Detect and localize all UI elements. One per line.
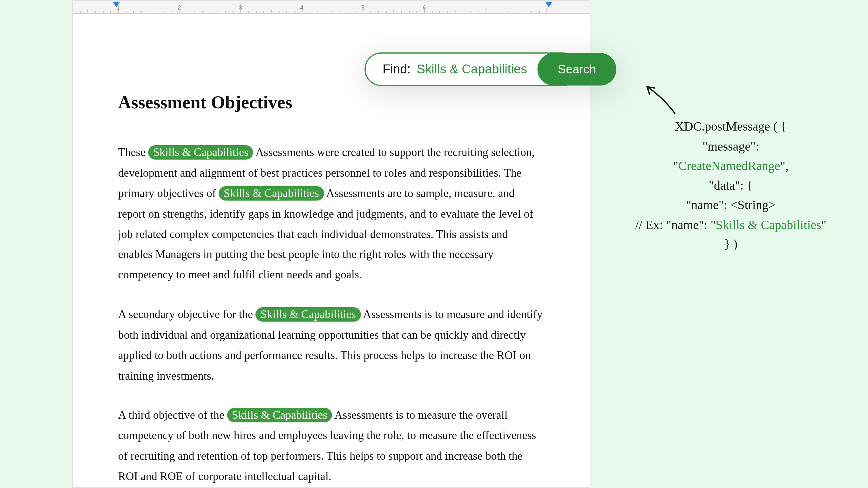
code-line: "data": { [631,176,830,195]
text: A third objective of the [118,408,227,421]
code-line: XDC.postMessage ( { [631,117,830,136]
find-bar: Find: Skills & Capabilities Search [365,53,616,86]
ruler: 123456 [73,1,590,14]
ruler-label: 3 [239,4,242,11]
ruler-label: 4 [300,4,303,11]
code-line: "message": [631,136,830,156]
code-line: "CreateNamedRange", [631,156,830,176]
ruler-label: 6 [423,4,426,11]
paragraph-1: These Skills & Capabilities Assessments … [118,142,545,285]
code-line: "name": <String> [631,195,830,215]
text: These [118,146,148,159]
highlight-term: Skills & Capabilities [219,186,324,201]
highlight-term: Skills & Capabilities [148,146,253,160]
ruler-right-indent-marker[interactable] [545,2,553,7]
code-annotation: XDC.postMessage ( { "message": "CreateNa… [631,117,830,254]
code-line: // Ex: "name": "Skills & Capabilities" [631,215,830,235]
find-term: Skills & Capabilities [417,62,527,77]
page-title: Assessment Objectives [118,86,545,118]
text: A secondary objective for the [118,308,256,321]
ruler-label: 2 [178,4,181,11]
annotation-arrow-icon [643,83,680,116]
highlight-term: Skills & Capabilities [256,307,361,322]
paragraph-3: A third objective of the Skills & Capabi… [118,405,545,486]
code-line: } ) [631,235,830,254]
search-button[interactable]: Search [537,53,616,86]
find-label: Find: [382,62,411,77]
ruler-left-indent-marker[interactable] [113,2,120,7]
text: Assessments are to sample, measure, and … [118,187,533,281]
highlight-term: Skills & Capabilities [227,408,332,423]
ruler-label: 5 [361,4,365,11]
paragraph-2: A secondary objective for the Skills & C… [118,304,545,386]
